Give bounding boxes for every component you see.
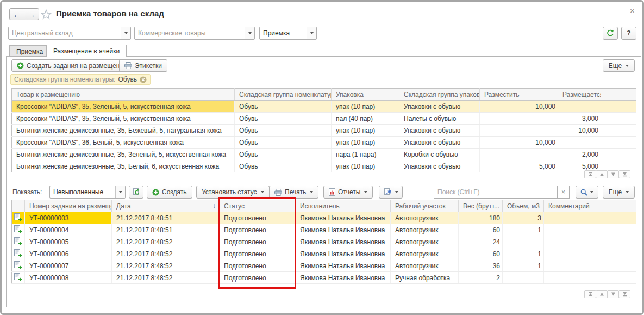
create-task-button[interactable]: Создать xyxy=(147,186,192,199)
forward-button[interactable]: → xyxy=(24,8,39,20)
cell-pack[interactable]: пал (40 пар) xyxy=(332,113,399,125)
goods-row[interactable]: Ботинки женские демисезонные, 35, Зелены… xyxy=(12,149,636,160)
cell-placing[interactable] xyxy=(558,137,601,149)
cell-product[interactable]: Кроссовки "ADIDAS", 35, Зеленый, 5, иску… xyxy=(12,101,235,113)
cell-executor[interactable]: Якимова Наталья Ивановна xyxy=(296,212,391,224)
cell-number[interactable]: УТ-00000008 xyxy=(25,272,112,284)
cell-date[interactable]: 21.12.2017 8:48:52 xyxy=(112,260,220,272)
set-status-button[interactable]: Установить статус xyxy=(196,186,270,199)
col-work-area[interactable]: Рабочий участок xyxy=(391,200,459,212)
cell-comment[interactable] xyxy=(544,248,636,260)
cell-work-area[interactable]: Автопогрузчик xyxy=(391,260,459,272)
cell-comment[interactable] xyxy=(544,236,636,248)
cell-comment[interactable] xyxy=(544,212,636,224)
cell-work-area[interactable]: Автопогрузчик xyxy=(391,236,459,248)
labels-button[interactable]: Этикетки xyxy=(119,59,167,72)
cell-status[interactable]: Подготовлено xyxy=(220,236,296,248)
task-row[interactable]: УТ-00000008 21.12.2017 8:48:52 Подготовл… xyxy=(12,272,636,284)
cell-volume[interactable] xyxy=(503,272,544,284)
cell-volume[interactable]: 1 xyxy=(503,260,544,272)
cell-pack-group[interactable]: Упаковки с обувью xyxy=(399,125,480,137)
cell-pack-group[interactable]: Коробки с обувью xyxy=(399,149,480,160)
placement-more-button[interactable]: Еще xyxy=(603,59,635,72)
cell-weight[interactable]: 180 xyxy=(459,212,503,224)
cell-comment[interactable] xyxy=(544,272,636,284)
scroll-up-button[interactable] xyxy=(596,170,608,178)
goods-row[interactable]: Ботинки женские демисезонные, 35, Белый,… xyxy=(12,160,636,172)
cell-weight[interactable]: 36 xyxy=(459,260,503,272)
cell-product[interactable]: Ботинки женские демисезонные, 35, Бежевы… xyxy=(12,125,235,137)
cell-executor[interactable]: Якимова Наталья Ивановна xyxy=(296,248,391,260)
scroll-last-button[interactable] xyxy=(618,290,630,298)
cell-product[interactable]: Ботинки женские демисезонные, 35, Белый,… xyxy=(12,160,235,172)
cell-pack[interactable]: упак (10 пар) xyxy=(332,137,399,149)
task-row[interactable]: УТ-00000005 21.12.2017 8:48:52 Подготовл… xyxy=(12,236,636,248)
cell-executor[interactable]: Якимова Наталья Ивановна xyxy=(296,260,391,272)
back-button[interactable]: ← xyxy=(9,8,24,20)
search-clear-button[interactable]: × xyxy=(558,186,570,199)
scroll-first-button[interactable] xyxy=(584,290,596,298)
create-placement-tasks-button[interactable]: Создать задания на размещение xyxy=(11,59,133,72)
task-row[interactable]: УТ-00000003 21.12.2017 8:48:51 Подготовл… xyxy=(12,212,636,224)
cell-pack-group[interactable]: Палеты с обувью xyxy=(399,113,480,125)
task-row[interactable]: УТ-00000007 21.12.2017 8:48:52 Подготовл… xyxy=(12,260,636,272)
cell-status[interactable]: Подготовлено xyxy=(220,260,296,272)
refresh-list-button[interactable] xyxy=(129,186,143,199)
cell-volume[interactable]: 3 xyxy=(503,212,544,224)
cell-place[interactable]: 10,000 xyxy=(480,101,558,113)
print-button[interactable]: Печать xyxy=(269,186,318,199)
cell-pack-group[interactable]: Упаковки с обувью xyxy=(399,101,480,113)
help-button[interactable]: ? xyxy=(621,27,636,40)
cell-executor[interactable]: Якимова Наталья Ивановна xyxy=(296,224,391,236)
cell-product[interactable]: Кроссовки "ADIDAS", 35, Зеленый, 5, иску… xyxy=(12,113,235,125)
cell-pack-group[interactable]: Упаковки с обувью xyxy=(399,160,480,172)
cell-pack[interactable]: пара (1 пара) xyxy=(332,149,399,160)
cell-status[interactable]: Подготовлено xyxy=(220,212,296,224)
col-placing[interactable]: Размещается xyxy=(558,89,601,101)
cell-group[interactable]: Обувь xyxy=(235,113,332,125)
cell-place[interactable] xyxy=(480,125,558,137)
cell-comment[interactable] xyxy=(544,260,636,272)
cell-date[interactable]: 21.12.2017 8:48:52 xyxy=(112,248,220,260)
cell-group[interactable]: Обувь xyxy=(235,160,332,172)
task-row[interactable]: УТ-00000004 21.12.2017 8:48:51 Подготовл… xyxy=(12,224,636,236)
cell-weight[interactable]: 60 xyxy=(459,248,503,260)
cell-group[interactable]: Обувь xyxy=(235,149,332,160)
cell-date[interactable]: 21.12.2017 8:48:51 xyxy=(112,224,220,236)
cell-work-area[interactable]: Автопогрузчик xyxy=(391,224,459,236)
scroll-last-button[interactable] xyxy=(618,170,630,178)
cell-group[interactable]: Обувь xyxy=(235,125,332,137)
warehouse-select[interactable]: Центральный склад xyxy=(8,27,131,40)
favorites-star-icon[interactable] xyxy=(41,9,52,21)
cell-number[interactable]: УТ-00000003 xyxy=(25,212,112,224)
cell-date[interactable]: 21.12.2017 8:48:51 xyxy=(112,212,220,224)
col-status[interactable]: Статус xyxy=(220,200,296,212)
col-weight[interactable]: Вес (брутт... xyxy=(459,200,503,212)
col-group[interactable]: Складская группа номенклатуры xyxy=(235,89,332,101)
cell-executor[interactable]: Якимова Наталья Ивановна xyxy=(296,272,391,284)
goods-row[interactable]: Кроссовки "ADIDAS", 36, Белый, 5, искусс… xyxy=(12,137,636,149)
cell-volume[interactable]: 1 xyxy=(503,224,544,236)
splitter[interactable] xyxy=(9,182,638,182)
cell-pack[interactable]: упак (10 пар) xyxy=(332,160,399,172)
col-number[interactable]: Номер задания на размещение xyxy=(25,200,112,212)
tab-receiving[interactable]: Приемка xyxy=(9,45,50,57)
cell-pack-group[interactable]: Упаковки с обувью xyxy=(399,137,480,149)
cell-placing[interactable]: 10,000 xyxy=(558,125,601,137)
cell-number[interactable]: УТ-00000007 xyxy=(25,260,112,272)
cell-pack[interactable]: упак (10 пар) xyxy=(332,101,399,113)
col-product[interactable]: Товар к размещению xyxy=(12,89,235,101)
col-volume[interactable]: Объем, м3 xyxy=(503,200,544,212)
output-list-button[interactable] xyxy=(379,186,403,199)
operation-select[interactable]: Приемка xyxy=(259,27,317,40)
col-executor[interactable]: Исполнитель xyxy=(296,200,391,212)
cell-group[interactable]: Обувь xyxy=(235,137,332,149)
scroll-down-button[interactable] xyxy=(607,170,619,178)
cell-weight[interactable]: 2 xyxy=(459,272,503,284)
goods-row[interactable]: Кроссовки "ADIDAS", 35, Зеленый, 5, иску… xyxy=(12,113,636,125)
cell-volume[interactable]: 1 xyxy=(503,248,544,260)
col-place[interactable]: Разместить xyxy=(480,89,558,101)
chevron-down-icon[interactable] xyxy=(115,186,125,198)
tab-placement[interactable]: Размещение в ячейки xyxy=(46,45,127,57)
cell-status[interactable]: Подготовлено xyxy=(220,248,296,260)
